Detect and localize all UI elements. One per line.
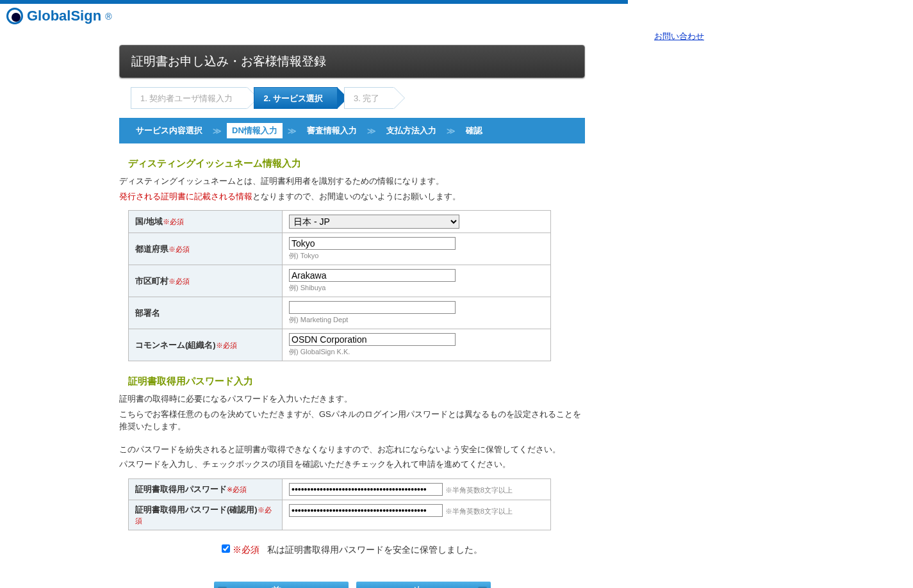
substep-confirm[interactable]: 確認 [461,123,488,138]
confirm-row: ※必須 私は証明書取得用パスワードを安全に保管しました。 [119,544,585,556]
cn-label: コモンネーム(組織名) [135,340,216,350]
confirm-text: 私は証明書取得用パスワードを安全に保管しました。 [267,544,482,555]
pw-p2: こちらでお客様任意のものを決めていただきますが、GSパネルのログイン用パスワード… [119,408,585,433]
prev-label: 前へ [272,585,291,588]
pw-form-table: 証明書取得用パスワード※必須 ※半角英数8文字以上 証明書取得用パスワード(確認… [128,478,551,530]
dn-form-table: 国/地域※必須 日本 - JP 都道府県※必須 例) Tokyo 市区 [128,210,551,361]
country-label: 国/地域 [135,216,163,226]
substep-review[interactable]: 審査情報入力 [302,123,362,138]
brand-name: GlobalSign [27,8,101,24]
city-label: 市区町村 [135,276,169,286]
dept-hint: 例) Marketing Dept [289,315,544,325]
prev-button[interactable]: ◀ 前へ [214,582,349,589]
pw-p4: パスワードを入力し、チェックボックスの項目を確認いただきチェックを入れて申請を進… [119,458,585,471]
contact-link[interactable]: お問い合わせ [654,31,704,41]
chevron-icon: ≫ [367,126,376,136]
confirm-checkbox[interactable] [222,544,230,553]
chevron-icon: ≫ [447,126,456,136]
substep-dn: DN情報入力 [227,123,283,138]
dept-input[interactable] [289,301,456,314]
substep-bar: サービス内容選択 ≫ DN情報入力 ≫ 審査情報入力 ≫ 支払方法入力 ≫ 確認 [119,118,585,143]
pw-input[interactable] [289,483,443,496]
pref-input[interactable] [289,237,456,250]
substep-service[interactable]: サービス内容選択 [131,123,208,138]
required-mark: ※必須 [169,245,190,253]
required-mark: ※必須 [216,341,237,349]
cn-hint: 例) GlobalSign K.K. [289,347,544,357]
required-mark: ※必須 [163,218,184,225]
pw-p3: このパスワードを紛失されると証明書が取得できなくなりますので、お忘れにならないよ… [119,443,585,456]
pw-section-title: 証明書取得用パスワード入力 [128,375,585,388]
chevron-icon: ≫ [213,126,222,136]
next-label: 次へ [414,585,433,588]
required-mark: ※必須 [227,486,247,493]
header-row: GlobalSign ® [0,4,628,27]
city-hint: 例) Shibuya [289,283,544,293]
step-3: 3. 完了 [344,87,394,109]
substep-payment[interactable]: 支払方法入力 [381,123,441,138]
dn-desc-1: ディスティングイッシュネームとは、証明書利用者を識別するための情報になります。 [119,175,585,188]
dept-label: 部署名 [135,308,160,318]
confirm-required: ※必須 [233,544,259,555]
pw-confirm-label: 証明書取得用パスワード(確認用) [135,505,258,514]
page-title: 証明書お申し込み・お客様情報登録 [119,45,585,78]
required-mark: ※必須 [169,277,190,285]
chevron-icon: ≫ [288,126,297,136]
dn-desc-2-rest: となりますので、お間違いのないようにお願いします。 [252,192,461,201]
cn-input[interactable] [289,333,456,346]
nav-buttons: ◀ 前へ 次へ ▶ [119,582,585,589]
pw-note: ※半角英数8文字以上 [445,486,513,494]
pw-label: 証明書取得用パスワード [135,484,227,494]
pw-confirm-input[interactable] [289,504,443,517]
pw-p1: 証明書の取得時に必要になるパスワードを入力いただきます。 [119,393,585,405]
city-input[interactable] [289,269,456,282]
pref-label: 都道府県 [135,244,169,254]
step-2: 2. サービス選択 [254,87,337,109]
dn-section-title: ディスティングイッシュネーム情報入力 [128,158,585,170]
dn-desc-2: 発行される証明書に記載される情報となりますので、お間違いのないようにお願いします… [119,190,585,203]
next-button[interactable]: 次へ ▶ [356,582,491,589]
pref-hint: 例) Tokyo [289,251,544,261]
dn-desc-2-highlight: 発行される証明書に記載される情報 [119,192,252,201]
pw-confirm-note: ※半角英数8文字以上 [445,507,513,515]
brand-dot: ® [105,12,111,22]
brand-logo: GlobalSign ® [6,8,111,24]
wizard-steps: 1. 契約者ユーザ情報入力 2. サービス選択 3. 完了 [131,87,585,109]
country-select[interactable]: 日本 - JP [289,215,459,229]
logo-eye-icon [6,8,23,24]
step-1: 1. 契約者ユーザ情報入力 [131,87,247,109]
